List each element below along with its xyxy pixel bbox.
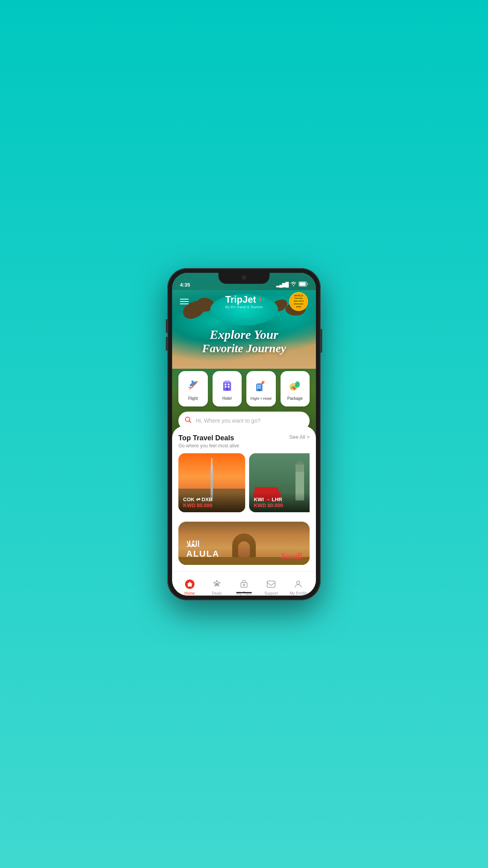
home-nav-label: Home: [184, 591, 195, 596]
support-icon: [266, 579, 277, 590]
hero-title-line2: Favorite Journey: [172, 342, 316, 355]
deal-route-dubai: COK ⇌ DXB: [183, 497, 240, 502]
nav-my-trips[interactable]: My Trips: [230, 579, 257, 596]
banner-arabic-text: العُلا: [186, 539, 220, 549]
package-label: Package: [287, 396, 303, 401]
logo-plane-icon: ✈: [257, 295, 263, 304]
nav-support[interactable]: Support: [258, 579, 285, 596]
svg-point-20: [292, 387, 294, 388]
service-flight-hotel[interactable]: Flight + Hotel: [246, 371, 276, 406]
home-icon: [184, 579, 195, 590]
hotel-icon: [218, 377, 236, 394]
flight-hotel-label: Flight + Hotel: [251, 397, 272, 401]
package-icon: [286, 377, 304, 394]
services-row: Flight: [172, 371, 316, 406]
wifi-icon: [290, 281, 297, 287]
deals-subtitle: Go where you feel most alive: [178, 443, 239, 449]
deals-cards-row: COK ⇌ DXB KWD 80.000: [178, 453, 310, 515]
svg-rect-11: [257, 383, 262, 385]
svg-rect-15: [259, 387, 261, 388]
flight-hotel-icon: [252, 377, 270, 394]
trips-icon: [238, 579, 250, 590]
hero-title-line1: Explore Your: [172, 328, 316, 342]
banner-text: العُلا ALULA: [186, 539, 220, 559]
award-badge: WORLDTRAVELAWARDSWINNER2020: [289, 292, 308, 311]
logo-text: TripJet: [225, 294, 256, 305]
svg-rect-14: [257, 387, 259, 388]
nav-deals[interactable]: Deals: [203, 579, 230, 596]
svg-point-25: [297, 581, 300, 584]
svg-rect-16: [258, 389, 261, 391]
active-indicator: [236, 592, 252, 593]
promo-banner[interactable]: العُلا ALULA Saudi: [178, 522, 310, 565]
deal-card-dubai[interactable]: COK ⇌ DXB KWD 80.000: [178, 453, 245, 512]
nav-home[interactable]: Home: [176, 579, 203, 596]
svg-rect-13: [259, 385, 261, 386]
service-flight[interactable]: Flight: [178, 371, 208, 406]
see-all-button[interactable]: See All >: [289, 434, 310, 440]
status-icons: ▂▄▆█: [276, 281, 308, 288]
deals-title: Top Travel Deals: [178, 434, 239, 442]
nav-my-profile[interactable]: My Profile: [285, 579, 312, 596]
deals-nav-label: Deals: [212, 591, 222, 596]
profile-icon: [293, 579, 304, 590]
hero-text: Explore Your Favorite Journey: [172, 328, 316, 355]
logo: TripJet ✈ By IFA Travel & Tourism: [225, 294, 263, 309]
bottom-navigation: Home Deals: [172, 571, 316, 596]
search-icon: [185, 416, 192, 425]
service-hotel[interactable]: Hotel: [213, 371, 242, 406]
deal-card-london[interactable]: KWI → LHR KWD 80.000: [249, 453, 310, 512]
svg-point-18: [295, 381, 300, 388]
svg-rect-4: [225, 381, 229, 382]
deal-route-london: KWI → LHR: [254, 497, 310, 502]
svg-rect-7: [225, 386, 226, 388]
hamburger-menu[interactable]: [180, 299, 189, 304]
deals-icon: [211, 579, 222, 590]
banner-english-text: ALULA: [186, 549, 220, 559]
logo-subtitle: By IFA Travel & Tourism: [225, 305, 262, 309]
svg-rect-12: [257, 385, 259, 386]
my-profile-nav-label: My Profile: [290, 591, 307, 596]
svg-rect-9: [226, 388, 228, 391]
hero-section: TripJet ✈ By IFA Travel & Tourism WORLDT…: [172, 273, 316, 438]
svg-rect-1: [299, 282, 306, 286]
flight-label: Flight: [188, 396, 198, 401]
svg-rect-8: [228, 386, 229, 388]
support-nav-label: Support: [264, 591, 278, 596]
deal-price-london: KWD 80.000: [254, 502, 310, 508]
deal-price-dubai: KWD 80.000: [183, 502, 240, 508]
svg-point-23: [216, 583, 218, 585]
svg-rect-5: [225, 384, 226, 385]
signal-icon: ▂▄▆█: [276, 282, 288, 287]
battery-icon: [299, 281, 308, 288]
search-placeholder: Hi, Where you want to go?: [196, 417, 261, 424]
deals-section-header: Top Travel Deals Go where you feel most …: [178, 434, 310, 449]
banner-brand: Saudi: [281, 551, 302, 561]
flight-icon: [184, 377, 202, 394]
service-package[interactable]: Package: [281, 371, 310, 406]
main-content: Top Travel Deals Go where you feel most …: [172, 426, 316, 596]
app-header: TripJet ✈ By IFA Travel & Tourism WORLDT…: [172, 290, 316, 313]
hotel-label: Hotel: [222, 396, 231, 401]
time-display: 4:35: [180, 282, 190, 288]
svg-rect-6: [228, 384, 229, 385]
